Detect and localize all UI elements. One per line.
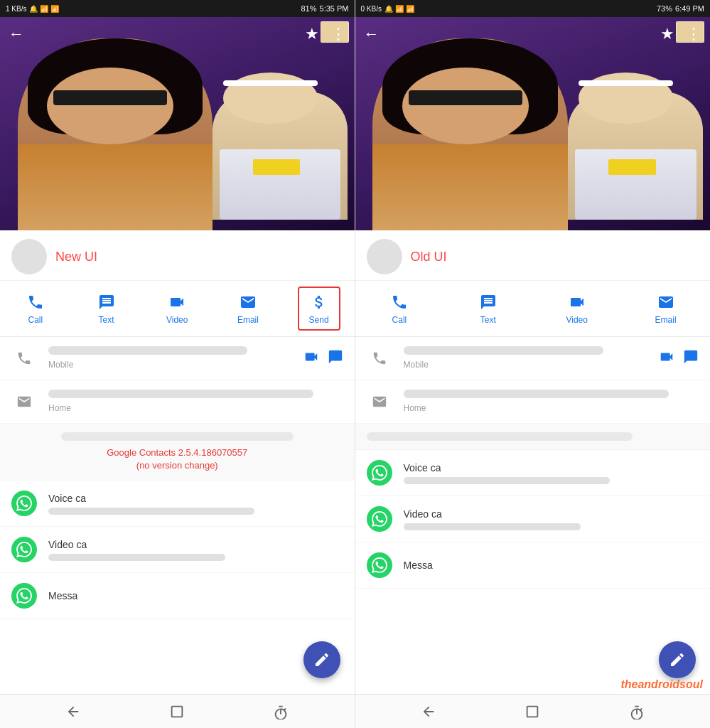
email-button-right[interactable]: Email bbox=[645, 287, 687, 331]
home-nav-right[interactable] bbox=[520, 699, 545, 724]
voice-call-content-right: Voice ca bbox=[404, 461, 699, 484]
send-button-left[interactable]: Send bbox=[298, 287, 340, 331]
video-icon-left bbox=[167, 292, 187, 312]
watermark: theandroidsoul bbox=[620, 678, 703, 691]
battery-right: 73% bbox=[657, 4, 672, 13]
sms-icon-right[interactable] bbox=[683, 349, 699, 368]
text-icon-right bbox=[478, 292, 498, 312]
email-row-left: Home bbox=[0, 380, 355, 424]
video-call-icon-left[interactable] bbox=[303, 349, 319, 368]
version-line1: Google Contacts 2.5.4.186070557 bbox=[11, 446, 343, 459]
video-call-content-right: Video ca bbox=[404, 508, 699, 530]
video-button-right[interactable]: Video bbox=[556, 287, 598, 331]
recent-nav-left[interactable] bbox=[268, 699, 294, 724]
home-label-right: Home bbox=[404, 403, 426, 413]
message-content-left: Messa bbox=[48, 589, 343, 602]
fab-button-right[interactable] bbox=[659, 641, 696, 678]
status-bar-right-left: 0 KB/s 🔔 📶 📶 bbox=[361, 5, 414, 13]
text-button-left[interactable]: Text bbox=[85, 287, 128, 331]
email-button-left[interactable]: Email bbox=[227, 287, 269, 331]
video-call-row-right: Video ca bbox=[355, 496, 711, 542]
person-silhouette-left bbox=[18, 38, 213, 230]
photo-container-left: ← ★ ⋮ bbox=[0, 17, 355, 230]
text-label-right: Text bbox=[480, 315, 496, 325]
message-row-left: Messa bbox=[0, 573, 355, 619]
mobile-row-left: Mobile bbox=[0, 337, 355, 380]
call-label-right: Call bbox=[392, 315, 407, 325]
sms-icon-left[interactable] bbox=[328, 349, 343, 368]
mobile-label-left: Mobile bbox=[48, 360, 73, 370]
email-label-right: Email bbox=[655, 315, 677, 325]
call-button-right[interactable]: Call bbox=[378, 287, 421, 331]
video-call-title-left: Video ca bbox=[48, 539, 87, 550]
contact-details-right: Mobile Home bbox=[355, 337, 711, 694]
voice-call-title-right: Voice ca bbox=[404, 462, 441, 473]
data-speed-right: 0 KB/s bbox=[361, 5, 382, 13]
back-button-left[interactable]: ← bbox=[9, 25, 24, 43]
call-icon-right bbox=[389, 292, 409, 312]
nav-actions-right: ★ ⋮ bbox=[660, 25, 701, 43]
fab-button-left[interactable] bbox=[303, 641, 340, 678]
mobile-value-bar-right bbox=[404, 346, 603, 355]
back-nav-right[interactable] bbox=[416, 699, 441, 724]
action-buttons-right: Call Text Video Email bbox=[355, 281, 711, 337]
address-row-right bbox=[355, 424, 711, 450]
bottom-nav-left bbox=[0, 694, 355, 728]
time-left: 5:35 PM bbox=[320, 4, 349, 13]
mobile-value-bar-left bbox=[48, 346, 247, 355]
status-bar-right-info: 81% 5:35 PM bbox=[301, 4, 349, 13]
video-icon-right bbox=[567, 292, 587, 312]
back-button-right[interactable]: ← bbox=[364, 25, 380, 43]
person-silhouette-right bbox=[372, 38, 568, 230]
email-row-right: Home bbox=[355, 380, 711, 424]
address-bar-left bbox=[61, 432, 294, 441]
more-button-right[interactable]: ⋮ bbox=[686, 25, 701, 43]
mobile-actions-right bbox=[659, 349, 699, 368]
time-right: 6:49 PM bbox=[675, 4, 704, 13]
email-icon-right bbox=[656, 292, 676, 312]
whatsapp-icon-voice-left bbox=[11, 491, 37, 516]
video-call-row-left: Video ca bbox=[0, 527, 355, 573]
home-nav-left[interactable] bbox=[164, 699, 190, 724]
contact-avatar-right bbox=[367, 239, 402, 274]
voice-call-row-right: Voice ca bbox=[355, 450, 711, 496]
video-label-right: Video bbox=[566, 315, 587, 325]
status-bar-right-right: 73% 6:49 PM bbox=[657, 4, 704, 13]
text-button-right[interactable]: Text bbox=[467, 287, 510, 331]
mobile-content-right: Mobile bbox=[404, 346, 654, 370]
video-label-left: Video bbox=[166, 315, 188, 325]
email-detail-icon-right bbox=[367, 389, 392, 414]
send-label-left: Send bbox=[309, 315, 329, 325]
email-value-bar-right bbox=[404, 390, 669, 398]
message-content-right: Messa bbox=[404, 559, 699, 572]
address-bar-right bbox=[367, 432, 633, 441]
message-title-left: Messa bbox=[48, 590, 77, 601]
recent-nav-right[interactable] bbox=[624, 699, 650, 724]
star-button-right[interactable]: ★ bbox=[660, 25, 674, 43]
left-panel: 1 KB/s 🔔 📶 📶 81% 5:35 PM bbox=[0, 0, 355, 728]
video-call-bar-left bbox=[48, 554, 225, 561]
icons-left: 🔔 📶 📶 bbox=[29, 5, 59, 13]
baby-silhouette-left bbox=[213, 92, 347, 220]
contact-avatar-left bbox=[11, 239, 47, 274]
mobile-actions-left bbox=[303, 349, 343, 368]
call-button-left[interactable]: Call bbox=[14, 287, 57, 331]
more-button-left[interactable]: ⋮ bbox=[330, 25, 346, 43]
voice-call-title-left: Voice ca bbox=[48, 493, 86, 504]
contact-header-left: New UI bbox=[0, 230, 355, 281]
email-icon-left bbox=[238, 292, 258, 312]
contact-header-right: Old UI bbox=[355, 230, 711, 281]
video-call-icon-right[interactable] bbox=[659, 349, 674, 368]
video-button-left[interactable]: Video bbox=[156, 287, 198, 331]
top-nav-right: ← ★ ⋮ bbox=[355, 17, 711, 51]
status-bar-left: 1 KB/s 🔔 📶 📶 81% 5:35 PM bbox=[0, 0, 355, 17]
data-speed-left: 1 KB/s bbox=[6, 5, 26, 13]
voice-call-content-left: Voice ca bbox=[48, 492, 343, 515]
back-nav-left[interactable] bbox=[60, 699, 86, 724]
phone-icon-left bbox=[11, 346, 37, 371]
contact-details-left: Mobile Home bbox=[0, 337, 355, 694]
star-button-left[interactable]: ★ bbox=[305, 25, 319, 43]
email-detail-icon-left bbox=[11, 389, 37, 414]
voice-call-row-left: Voice ca bbox=[0, 481, 355, 527]
message-title-right: Messa bbox=[404, 560, 433, 571]
